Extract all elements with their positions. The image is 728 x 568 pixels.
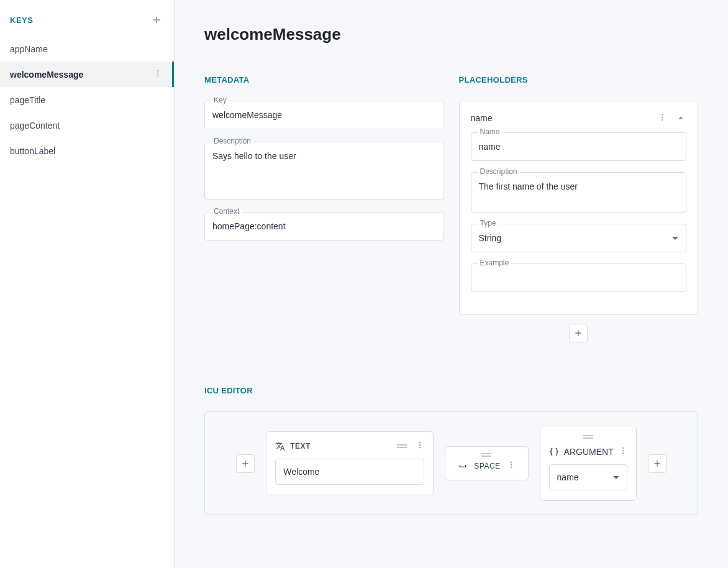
icu-add-before-button[interactable] bbox=[236, 454, 255, 473]
key-field: Key bbox=[204, 101, 444, 129]
svg-point-25 bbox=[622, 450, 624, 451]
sidebar-item-more-button[interactable] bbox=[153, 69, 162, 80]
svg-point-26 bbox=[622, 452, 624, 454]
svg-point-3 bbox=[157, 70, 158, 71]
svg-point-24 bbox=[622, 447, 624, 449]
ph-example-field: Example bbox=[471, 263, 687, 292]
caret-down-icon bbox=[613, 476, 619, 479]
svg-point-5 bbox=[157, 75, 158, 76]
ph-type-select[interactable]: String bbox=[471, 224, 686, 252]
plus-icon bbox=[652, 459, 662, 469]
icu-board: TEXT SPACE bbox=[204, 411, 698, 515]
description-input[interactable] bbox=[205, 142, 444, 197]
placeholders-heading: PLACEHOLDERS bbox=[459, 75, 699, 85]
svg-point-4 bbox=[157, 73, 158, 74]
key-input[interactable] bbox=[205, 101, 444, 129]
icu-text-more-button[interactable] bbox=[416, 441, 424, 451]
context-input[interactable] bbox=[205, 213, 444, 240]
svg-point-15 bbox=[662, 114, 663, 115]
svg-point-17 bbox=[662, 119, 663, 120]
icu-add-after-button[interactable] bbox=[648, 454, 667, 473]
plus-icon bbox=[240, 459, 250, 469]
icu-argument-label: ARGUMENT bbox=[564, 447, 614, 457]
key-list: appNamewelcomeMessagepageTitlepageConten… bbox=[0, 36, 174, 163]
sidebar-item-buttonLabel[interactable]: buttonLabel bbox=[0, 138, 174, 163]
more-vert-icon bbox=[619, 446, 627, 455]
add-placeholder-button[interactable] bbox=[569, 324, 588, 342]
plus-icon bbox=[573, 328, 583, 338]
ph-type-value: String bbox=[479, 233, 502, 243]
icu-argument-select[interactable]: name bbox=[549, 464, 627, 490]
ph-description-label: Description bbox=[478, 167, 520, 176]
sidebar-item-pageContent[interactable]: pageContent bbox=[0, 112, 174, 138]
key-field-label: Key bbox=[211, 96, 229, 104]
sidebar-item-pageTitle[interactable]: pageTitle bbox=[0, 87, 174, 112]
icu-text-block: TEXT bbox=[266, 431, 434, 495]
main-content: welcomeMessage METADATA Key Description … bbox=[175, 0, 728, 568]
more-vert-icon bbox=[416, 441, 424, 449]
svg-point-19 bbox=[419, 444, 421, 446]
placeholder-more-button[interactable] bbox=[658, 113, 667, 124]
description-field-label: Description bbox=[211, 137, 253, 145]
sidebar-item-label: pageTitle bbox=[10, 95, 45, 105]
placeholder-title: name bbox=[471, 113, 658, 123]
svg-point-20 bbox=[419, 447, 421, 448]
ph-description-field: Description bbox=[471, 172, 687, 213]
svg-point-18 bbox=[419, 442, 421, 443]
ph-example-label: Example bbox=[478, 259, 512, 267]
ph-type-label: Type bbox=[478, 219, 499, 227]
sidebar-item-label: appName bbox=[10, 44, 48, 54]
icu-space-block: SPACE bbox=[445, 446, 528, 480]
sidebar-item-label: buttonLabel bbox=[10, 146, 55, 156]
add-key-button[interactable] bbox=[149, 12, 164, 27]
placeholder-card-header: name bbox=[471, 112, 687, 124]
caret-down-icon bbox=[672, 237, 678, 240]
ph-type-field: Type String bbox=[471, 224, 687, 252]
sidebar-item-label: pageContent bbox=[10, 121, 60, 131]
icu-space-more-button[interactable] bbox=[507, 460, 516, 471]
translate-icon bbox=[275, 441, 285, 451]
icu-text-label: TEXT bbox=[290, 442, 311, 451]
space-bar-icon bbox=[458, 461, 468, 471]
icu-heading: ICU EDITOR bbox=[204, 386, 698, 395]
more-vert-icon bbox=[507, 460, 516, 469]
svg-point-22 bbox=[510, 464, 511, 465]
more-vert-icon bbox=[658, 113, 667, 122]
plus-icon bbox=[151, 14, 162, 25]
context-field-label: Context bbox=[211, 207, 242, 216]
icu-argument-more-button[interactable] bbox=[619, 446, 627, 457]
sidebar-item-label: welcomeMessage bbox=[10, 70, 83, 80]
metadata-heading: METADATA bbox=[204, 75, 444, 85]
placeholder-collapse-button[interactable] bbox=[675, 112, 686, 124]
svg-point-23 bbox=[510, 467, 511, 468]
more-vert-icon bbox=[153, 69, 162, 78]
description-field: Description bbox=[204, 142, 444, 199]
drag-handle-icon[interactable] bbox=[549, 435, 627, 439]
ph-name-input[interactable] bbox=[471, 133, 686, 160]
ph-description-input[interactable] bbox=[471, 173, 686, 210]
icu-section: ICU EDITOR TEXT bbox=[204, 386, 698, 515]
drag-handle-icon[interactable] bbox=[397, 444, 407, 448]
sidebar-title: KEYS bbox=[10, 16, 33, 25]
context-field: Context bbox=[204, 212, 444, 240]
icu-text-input[interactable] bbox=[275, 459, 424, 485]
svg-point-21 bbox=[510, 462, 511, 463]
sidebar-item-welcomeMessage[interactable]: welcomeMessage bbox=[0, 62, 174, 87]
sidebar-item-appName[interactable]: appName bbox=[0, 36, 174, 62]
chevron-up-icon bbox=[675, 112, 686, 124]
page-title: welcomeMessage bbox=[204, 25, 698, 44]
ph-name-field: Name bbox=[471, 132, 687, 161]
drag-handle-icon[interactable] bbox=[481, 453, 491, 457]
icu-argument-value: name bbox=[557, 472, 579, 482]
icu-space-label: SPACE bbox=[474, 462, 500, 470]
ph-example-input[interactable] bbox=[471, 264, 686, 291]
icu-argument-block: ARGUMENT name bbox=[540, 426, 637, 501]
svg-point-16 bbox=[662, 116, 663, 117]
sidebar-header: KEYS bbox=[0, 0, 174, 36]
placeholders-section: PLACEHOLDERS name Name bbox=[459, 75, 699, 342]
metadata-section: METADATA Key Description Context bbox=[204, 75, 444, 342]
sidebar: KEYS appNamewelcomeMessagepageTitlepageC… bbox=[0, 0, 175, 568]
braces-icon bbox=[549, 447, 559, 457]
ph-name-label: Name bbox=[478, 127, 503, 136]
placeholder-card: name Name Description bbox=[459, 101, 699, 315]
